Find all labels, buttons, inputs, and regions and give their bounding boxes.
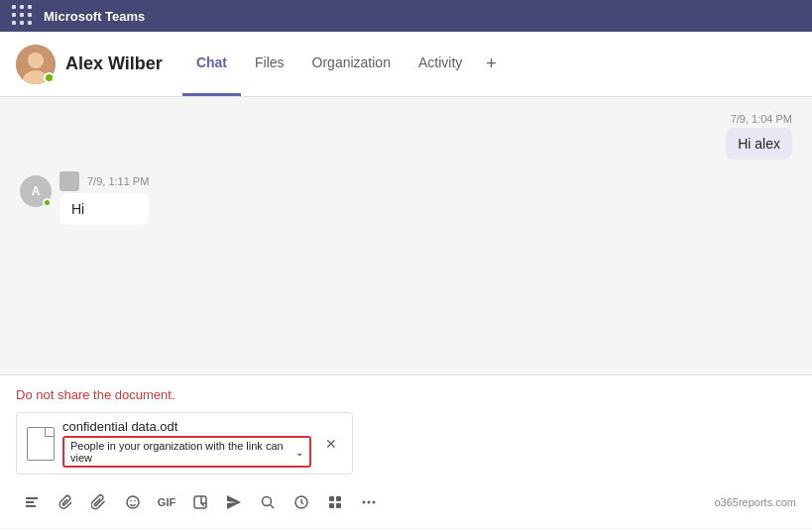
send-button[interactable] [218,486,250,518]
apps-button[interactable] [319,486,351,518]
svg-point-7 [263,497,272,506]
file-name: confidential data.odt [62,419,311,434]
file-details: confidential data.odt People in your org… [62,419,311,468]
svg-rect-10 [336,496,341,501]
file-permission-dropdown[interactable]: People in your organization with the lin… [62,436,311,468]
watermark: o365reports.com [714,496,796,508]
gif-button[interactable]: GIF [151,486,182,518]
emoji-button[interactable] [117,486,149,518]
paperclip-button[interactable] [83,486,115,518]
attachment-row: confidential data.odt People in your org… [16,412,796,475]
schedule-button[interactable] [286,486,317,518]
tab-files[interactable]: Files [241,32,298,96]
received-avatar-status [43,198,52,207]
svg-point-13 [363,501,366,504]
svg-rect-9 [329,496,334,501]
user-avatar-wrap [16,45,56,84]
sender-name-placeholder [59,171,79,191]
svg-rect-11 [329,503,334,508]
format-button[interactable] [16,486,48,518]
compose-toolbar: GIF o365reports.com [16,486,796,518]
received-body: 7/9, 1:11 PM Hi [59,171,149,225]
avatar-status-indicator [44,72,55,83]
search-button[interactable] [252,486,284,518]
received-message: A 7/9, 1:11 PM Hi [20,171,792,225]
received-text: Hi [59,193,149,225]
tab-bar: Chat Files Organization Activity + [182,32,507,96]
sent-text: Hi alex [726,128,792,159]
attach-button[interactable] [50,486,81,518]
svg-rect-6 [194,496,206,508]
chat-header: Alex Wilber Chat Files Organization Acti… [0,32,812,97]
tab-chat[interactable]: Chat [182,32,241,96]
svg-rect-12 [336,503,341,508]
titlebar: Microsoft Teams [0,0,812,32]
svg-point-1 [28,53,44,68]
attachment-box: confidential data.odt People in your org… [16,412,353,475]
tab-activity[interactable]: Activity [405,32,476,96]
received-meta: 7/9, 1:11 PM [59,171,149,191]
svg-point-5 [134,500,136,502]
sticker-button[interactable] [184,486,216,518]
svg-point-14 [368,501,371,504]
contact-name: Alex Wilber [65,53,163,74]
received-avatar: A [20,175,52,207]
add-tab-button[interactable]: + [476,32,507,96]
sent-bubble: 7/9, 1:04 PM Hi alex [726,113,792,159]
svg-point-4 [130,500,132,502]
compose-area: Do not share the document. confidential … [0,374,812,528]
sent-time: 7/9, 1:04 PM [726,113,792,125]
warning-text: Do not share the document. [16,387,796,402]
app-title: Microsoft Teams [44,9,145,24]
file-icon [27,427,55,461]
app-grid-icon[interactable] [12,5,34,27]
remove-attachment-button[interactable]: ✕ [319,432,342,456]
tab-organization[interactable]: Organization [298,32,405,96]
more-options-button[interactable] [353,486,385,518]
received-time: 7/9, 1:11 PM [87,175,149,187]
chat-messages: 7/9, 1:04 PM Hi alex A 7/9, 1:11 PM Hi [0,97,812,374]
sent-message: 7/9, 1:04 PM Hi alex [20,113,792,159]
svg-point-15 [373,501,376,504]
chevron-down-icon: ⌄ [295,447,303,458]
permission-text: People in your organization with the lin… [70,440,291,464]
